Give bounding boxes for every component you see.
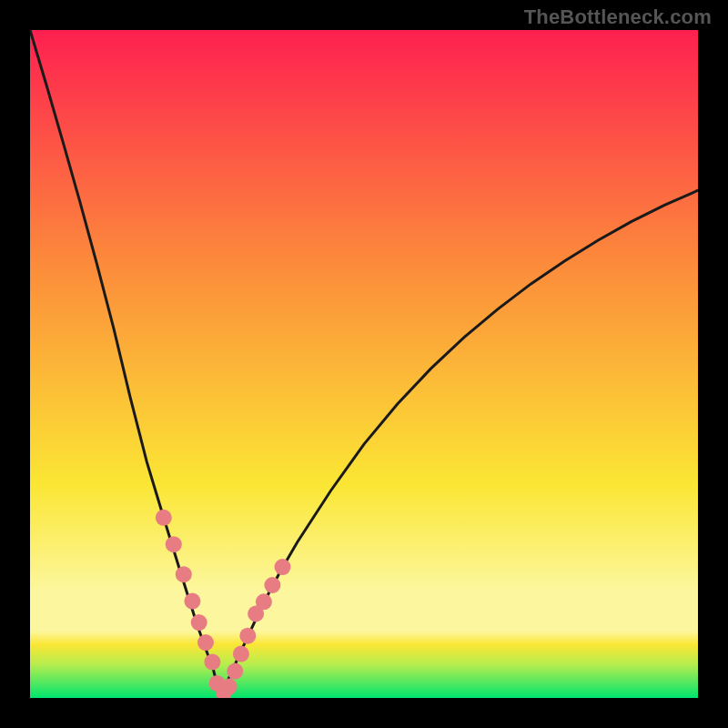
chart-background-gradient [30,30,698,698]
watermark-text: TheBottleneck.com [524,5,712,29]
svg-rect-0 [30,30,698,698]
chart-plot-area [30,30,698,698]
